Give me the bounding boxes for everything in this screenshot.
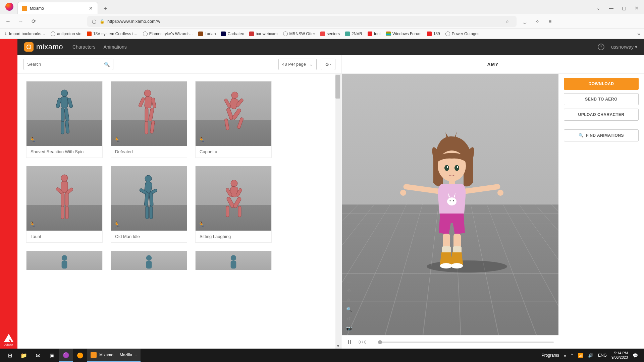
overflow-icon[interactable]: » xyxy=(564,353,566,358)
svg-point-0 xyxy=(61,90,68,97)
bookmark-item[interactable]: Carbatec xyxy=(221,32,244,36)
maximize-icon[interactable]: ▢ xyxy=(621,5,627,11)
search-box[interactable]: 🔍 xyxy=(23,59,113,70)
svg-point-54 xyxy=(427,260,507,273)
bookmark-item[interactable]: antiproton sto xyxy=(51,32,82,36)
clock[interactable]: 5:14 PM 9/06/2023 xyxy=(611,351,628,360)
programs-label[interactable]: Programs xyxy=(542,353,559,358)
svg-rect-46 xyxy=(226,206,229,217)
download-button[interactable]: DOWNLOAD xyxy=(564,78,639,90)
svg-point-50 xyxy=(146,255,152,261)
menu-icon[interactable]: ≡ xyxy=(547,18,553,25)
close-tab-icon[interactable]: ✕ xyxy=(88,6,94,11)
notifications-icon[interactable]: 💬 xyxy=(633,353,638,358)
bookmarks-overflow-icon[interactable]: » xyxy=(637,31,640,37)
firefox-taskbar-icon xyxy=(91,352,97,358)
skull-icon[interactable]: ☠ xyxy=(345,278,353,285)
animation-card[interactable]: 🏃 Taunt xyxy=(26,166,103,243)
svg-rect-2 xyxy=(56,98,61,108)
bookmark-item[interactable]: 2NVR xyxy=(345,32,362,36)
wifi-icon[interactable]: 📶 xyxy=(578,353,583,358)
minimize-icon[interactable]: — xyxy=(608,5,614,11)
search-input[interactable] xyxy=(27,62,104,67)
svg-rect-7 xyxy=(65,121,69,134)
discord-icon[interactable]: 🟣 xyxy=(59,349,73,362)
bookmark-item[interactable]: Power Outages xyxy=(445,32,480,36)
nav-characters[interactable]: Characters xyxy=(72,44,95,50)
tray-chevron-icon[interactable]: ˄ xyxy=(571,353,573,358)
nav-animations[interactable]: Animations xyxy=(103,44,126,50)
forward-button[interactable]: → xyxy=(17,17,25,25)
animation-card[interactable] xyxy=(195,251,272,270)
timeline-scrubber[interactable] xyxy=(378,342,554,343)
animation-card[interactable]: 🏃 Capoeira xyxy=(195,81,272,158)
svg-point-32 xyxy=(145,175,152,182)
bookmarks-bar: ⤓Import bookmarks… antiproton sto 18V sy… xyxy=(0,29,644,39)
scrubber-handle[interactable] xyxy=(378,340,382,344)
url-bar[interactable]: ◯ 🔒 https://www.mixamo.com/#/ ☆ xyxy=(87,16,517,27)
animation-card[interactable]: 🏃 Sitting Laughing xyxy=(195,166,272,243)
animation-card[interactable] xyxy=(111,251,187,270)
close-window-icon[interactable]: ✕ xyxy=(633,5,640,11)
tab-favicon xyxy=(22,6,27,11)
card-label: Old Man Idle xyxy=(111,231,187,242)
animation-card[interactable] xyxy=(26,251,103,270)
camera-icon[interactable]: 📷 xyxy=(345,324,353,332)
send-to-aero-button[interactable]: SEND TO AERO xyxy=(564,93,639,105)
pocket-icon[interactable]: ◡ xyxy=(521,18,528,25)
user-menu[interactable]: ussnorway ▾ xyxy=(611,44,637,50)
bookmark-item[interactable]: Windows Forum xyxy=(386,32,422,36)
svg-rect-28 xyxy=(61,193,64,206)
bookmark-item[interactable]: Larian xyxy=(198,32,216,36)
browser-tab[interactable]: Mixamo ✕ xyxy=(17,2,98,14)
bookmark-item[interactable]: Flamestryke's Wizardr… xyxy=(143,32,193,36)
zoom-icon[interactable]: 🔍 xyxy=(345,306,353,313)
reset-icon[interactable]: ↺ xyxy=(345,315,353,322)
controls-bar: 🔍 48 Per page ⌄ ⚙ ▾ xyxy=(17,55,341,74)
bookmark-item[interactable]: ⤓Import bookmarks… xyxy=(4,32,45,36)
new-tab-button[interactable]: + xyxy=(100,3,111,14)
settings-button[interactable]: ⚙ ▾ xyxy=(321,59,335,70)
animation-card[interactable]: 🏃 Old Man Idle xyxy=(111,166,187,243)
animation-card[interactable]: 🏃 Defeated xyxy=(111,81,187,158)
window-controls: ⌄ — ▢ ✕ xyxy=(595,5,644,14)
bookmark-item[interactable]: seniors xyxy=(320,32,340,36)
search-icon[interactable]: 🔍 xyxy=(104,62,110,67)
animation-card[interactable]: 🏃 Shoved Reaction With Spin xyxy=(26,81,103,158)
rotate-icon[interactable]: ⟲ xyxy=(345,287,353,294)
bookmark-star-icon[interactable]: ☆ xyxy=(504,19,510,24)
scroll-down-icon[interactable]: ▼ xyxy=(335,343,341,349)
back-button[interactable]: ← xyxy=(4,17,12,25)
grid-scrollbar[interactable] xyxy=(335,74,341,349)
upload-character-button[interactable]: UPLOAD CHARACTER xyxy=(564,109,639,121)
adobe-sidebar[interactable]: Adobe xyxy=(0,39,17,349)
bookmark-item[interactable]: MRNSW Otter xyxy=(283,32,315,36)
blender-icon[interactable]: 🟠 xyxy=(73,349,87,362)
svg-rect-49 xyxy=(62,261,67,268)
app-header: mixamo Characters Animations ? ussnorway… xyxy=(17,39,644,55)
file-explorer-icon[interactable]: 📁 xyxy=(17,349,31,362)
help-icon[interactable]: ? xyxy=(598,44,604,50)
start-button[interactable]: ⊞ xyxy=(3,349,17,362)
dropdown-icon[interactable]: ⌄ xyxy=(595,5,602,11)
pause-button[interactable] xyxy=(346,339,353,345)
bookmark-item[interactable]: 18V system Cordless t… xyxy=(87,32,138,36)
bookmark-item[interactable]: font xyxy=(368,32,381,36)
reload-button[interactable]: ⟳ xyxy=(30,17,38,25)
mixamo-logo[interactable]: mixamo xyxy=(24,42,63,52)
taskbar-app-firefox[interactable]: Mixamo — Mozilla … xyxy=(87,349,141,362)
scrollbar-thumb[interactable] xyxy=(335,75,340,99)
app-icon[interactable]: ▣ xyxy=(45,349,59,362)
actions-column: DOWNLOAD SEND TO AERO UPLOAD CHARACTER 🔍… xyxy=(558,74,644,349)
viewport-3d[interactable]: ☠ ⟲ ✥ 🔍 ↺ 📷 xyxy=(342,74,558,335)
find-animations-button[interactable]: 🔍 FIND ANIMATIONS xyxy=(564,129,639,141)
pan-icon[interactable]: ✥ xyxy=(345,296,353,304)
per-page-dropdown[interactable]: 48 Per page ⌄ xyxy=(278,59,317,70)
viewer-panel: AMY xyxy=(341,55,644,349)
volume-icon[interactable]: 🔊 xyxy=(588,353,593,358)
bookmark-item[interactable]: bar webcam xyxy=(249,32,277,36)
bookmark-item[interactable]: 189 xyxy=(427,32,440,36)
extensions-icon[interactable]: ✧ xyxy=(534,18,541,25)
language-indicator[interactable]: ENG xyxy=(598,353,607,358)
mail-icon[interactable]: ✉ xyxy=(31,349,45,362)
